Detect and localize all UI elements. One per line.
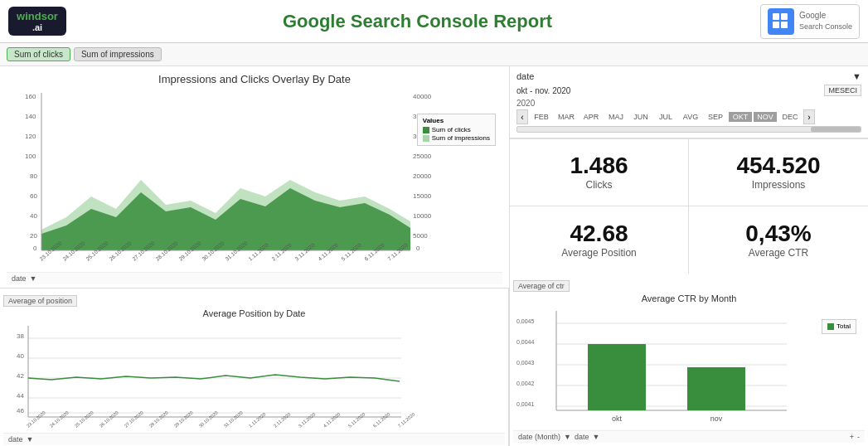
svg-text:20000: 20000 <box>413 172 432 180</box>
svg-text:0: 0 <box>416 245 420 252</box>
google-label: GoogleSearch Console <box>799 10 852 32</box>
svg-text:42: 42 <box>17 372 24 380</box>
months-row: FEB MAR APR MAJ JUN JUL AVG SEP OKT NOV … <box>530 112 802 122</box>
ctr-filter-icon-2[interactable]: ▼ <box>592 433 599 441</box>
svg-text:5.11.2020: 5.11.2020 <box>347 411 366 428</box>
top-chart-filter-icon[interactable]: ▼ <box>30 274 37 283</box>
filter-tab-impressions[interactable]: Sum of impressions <box>74 47 162 61</box>
svg-rect-1 <box>781 13 788 20</box>
month-dec[interactable]: DEC <box>778 112 802 122</box>
avg-position-chart: 38 40 42 44 46 <box>3 322 476 429</box>
left-panel: Impressions and Clicks Overlay By Date 1… <box>0 66 510 446</box>
avg-ctr-section-label: Average of ctr <box>513 280 570 292</box>
plus-button[interactable]: + <box>850 433 854 441</box>
month-nav: ‹ FEB MAR APR MAJ JUN JUL AVG SEP OKT NO… <box>516 109 861 124</box>
bar-nov <box>687 367 745 410</box>
svg-text:5000: 5000 <box>413 232 428 240</box>
legend-title: Values <box>423 117 490 124</box>
svg-text:6.11.2020: 6.11.2020 <box>372 411 391 428</box>
metrics-grid: 1.486 Clicks 454.520 Impressions 42.68 A… <box>510 138 868 274</box>
top-chart-legend: Values Sum of clicks Sum of impressions <box>417 114 496 146</box>
month-mar[interactable]: MAR <box>555 112 578 122</box>
page-title: Google Search Console Report <box>75 11 760 32</box>
avg-ctr-title: Average CTR by Month <box>513 293 865 303</box>
header: windsor.ai Google Search Console Report … <box>0 0 868 43</box>
top-chart-title: Impressions and Clicks Overlay By Date <box>7 73 502 85</box>
x-label-nov: nov <box>710 414 723 423</box>
month-okt[interactable]: OKT <box>729 112 752 122</box>
svg-text:0,0045: 0,0045 <box>516 318 535 324</box>
svg-text:40: 40 <box>30 212 37 220</box>
svg-text:40000: 40000 <box>413 93 432 100</box>
avg-position-title: Average Position by Date <box>3 308 505 318</box>
avg-ctr-label: Average CTR <box>749 247 808 259</box>
bottom-panels: Average of position Average Position by … <box>0 288 509 446</box>
x-label-okt: okt <box>612 414 623 423</box>
metric-avg-position: 42.68 Average Position <box>510 206 689 274</box>
ctr-footer: date (Month) ▼ date ▼ + - <box>513 430 865 443</box>
avg-ctr-chart: 0,0045 0,0044 0,0043 0,0042 0,0041 <box>513 307 836 427</box>
main-content: Impressions and Clicks Overlay By Date 1… <box>0 66 868 446</box>
filter-funnel-icon[interactable]: ▼ <box>852 71 861 81</box>
month-next-button[interactable]: › <box>803 109 815 124</box>
avg-position-value: 42.68 <box>570 222 628 245</box>
legend-impressions-label: Sum of impressions <box>432 134 490 142</box>
impressions-value: 454.520 <box>736 154 820 177</box>
ctr-legend-dot <box>827 323 834 330</box>
metric-impressions: 454.520 Impressions <box>689 139 868 206</box>
avg-ctr-section: Average of ctr Average CTR by Month 0,00… <box>510 274 868 446</box>
svg-text:4.11.2020: 4.11.2020 <box>322 411 342 428</box>
top-chart-section: Impressions and Clicks Overlay By Date 1… <box>0 66 509 288</box>
top-chart-date-label: date <box>12 274 27 283</box>
avg-position-metric-label: Average Position <box>561 247 637 259</box>
svg-text:20: 20 <box>30 232 37 240</box>
month-avg[interactable]: AVG <box>679 112 702 122</box>
bar-okt <box>588 344 646 410</box>
svg-text:1.11.2020: 1.11.2020 <box>248 411 267 428</box>
svg-text:0,0042: 0,0042 <box>516 381 535 386</box>
month-apr[interactable]: APR <box>579 112 603 122</box>
month-nov[interactable]: NOV <box>754 112 777 122</box>
svg-text:80: 80 <box>30 172 37 180</box>
year-label: 2020 <box>516 99 861 108</box>
avg-position-label: Average of position <box>3 295 77 307</box>
legend-clicks: Sum of clicks <box>423 126 490 133</box>
month-feb[interactable]: FEB <box>530 112 553 122</box>
avg-ctr-value: 0,43% <box>745 222 811 245</box>
svg-text:140: 140 <box>25 113 36 120</box>
svg-text:0: 0 <box>33 245 37 252</box>
legend-clicks-dot <box>423 127 429 133</box>
month-sep[interactable]: SEP <box>704 112 727 122</box>
legend-impressions-dot <box>423 135 429 142</box>
top-chart-area: 160 140 120 100 80 60 40 20 0 40000 3500… <box>7 89 502 272</box>
month-jul[interactable]: JUL <box>654 112 677 122</box>
clicks-value: 1.486 <box>570 154 628 177</box>
ctr-legend-total: Total <box>827 322 851 330</box>
windsor-logo: windsor.ai <box>8 7 66 36</box>
svg-text:38: 38 <box>17 332 24 340</box>
metric-clicks: 1.486 Clicks <box>510 139 689 206</box>
svg-rect-3 <box>781 22 788 28</box>
svg-text:46: 46 <box>17 407 24 414</box>
month-scroll-track[interactable] <box>516 126 861 133</box>
ctr-chart-legend: Total <box>822 319 856 334</box>
meseci-button[interactable]: MESECI <box>824 85 861 96</box>
minus-button[interactable]: - <box>857 433 860 441</box>
svg-text:3.11.2020: 3.11.2020 <box>298 411 317 428</box>
month-prev-button[interactable]: ‹ <box>516 109 528 124</box>
svg-text:10000: 10000 <box>413 212 432 220</box>
filter-tab-clicks[interactable]: Sum of clicks <box>7 47 70 61</box>
ctr-filter-icon-1[interactable]: ▼ <box>564 433 571 441</box>
month-maj[interactable]: MAJ <box>604 112 628 122</box>
clicks-label: Clicks <box>586 179 613 191</box>
svg-marker-23 <box>41 188 410 250</box>
top-chart-footer: date ▼ <box>7 272 502 284</box>
month-jun[interactable]: JUN <box>629 112 652 122</box>
right-panel: date ▼ okt - nov. 2020 MESECI 2020 ‹ FEB… <box>510 66 868 446</box>
svg-text:0,0041: 0,0041 <box>516 401 535 407</box>
avg-pos-filter-icon[interactable]: ▼ <box>27 435 34 444</box>
svg-text:2.11.2020: 2.11.2020 <box>273 411 292 428</box>
legend-clicks-label: Sum of clicks <box>432 126 471 133</box>
ctr-legend-label: Total <box>836 322 851 330</box>
svg-text:120: 120 <box>25 133 36 140</box>
